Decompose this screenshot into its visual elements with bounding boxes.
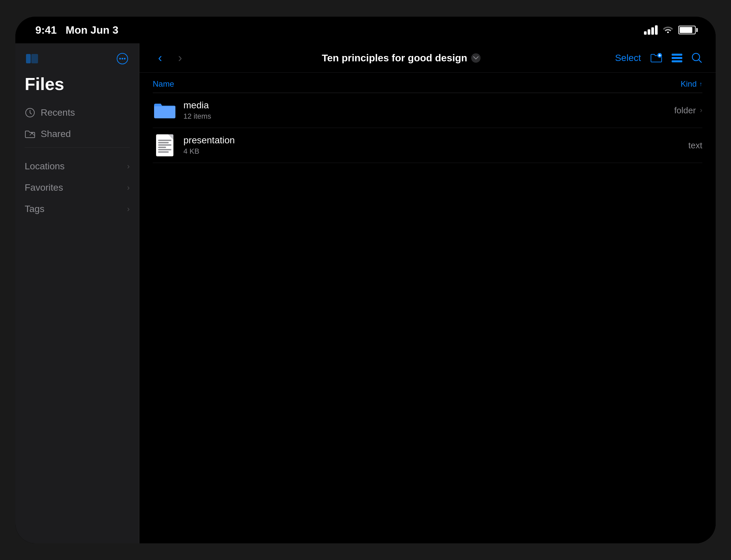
sidebar-item-shared[interactable]: Shared: [18, 123, 136, 145]
doc-name: presentation: [183, 135, 636, 146]
col-kind-label: Kind: [681, 79, 697, 89]
nav-title: Ten principles for good design: [322, 52, 467, 64]
svg-rect-1: [31, 54, 38, 63]
svg-rect-0: [26, 54, 31, 63]
file-list: Name Kind ↑ media: [139, 73, 716, 543]
folder-meta: 12 items: [183, 112, 636, 121]
svg-point-4: [122, 58, 123, 60]
shared-label: Shared: [41, 129, 71, 139]
sidebar-item-tags[interactable]: Tags ›: [18, 198, 136, 220]
app-container: Files Recents: [15, 43, 716, 543]
table-row[interactable]: presentation 4 KB text: [153, 128, 702, 163]
folder-kind: folder ›: [636, 105, 702, 116]
sort-asc-icon: ↑: [699, 81, 702, 88]
wifi-icon: [663, 25, 673, 35]
main-content: ‹ › Ten principles for good design Selec…: [139, 43, 716, 543]
svg-point-13: [692, 53, 700, 61]
column-headers: Name Kind ↑: [153, 73, 702, 93]
more-options-button[interactable]: [115, 51, 130, 66]
doc-kind-label: text: [688, 140, 702, 151]
recents-label: Recents: [41, 107, 75, 118]
col-kind-header[interactable]: Kind ↑: [636, 79, 702, 89]
table-row[interactable]: media 12 items folder ›: [153, 93, 702, 128]
nav-title-area: Ten principles for good design: [193, 52, 610, 64]
document-icon: [156, 134, 173, 156]
folder-name: media: [183, 100, 636, 111]
favorites-chevron-icon: ›: [127, 183, 130, 192]
battery-icon: [678, 26, 696, 34]
sidebar-toggle-button[interactable]: [25, 51, 39, 66]
sidebar-nav: Recents Shared: [15, 102, 139, 145]
svg-point-5: [124, 58, 126, 60]
search-button[interactable]: [692, 53, 702, 63]
svg-rect-11: [672, 57, 682, 59]
sidebar-item-recents[interactable]: Recents: [18, 102, 136, 123]
title-dropdown-icon[interactable]: [471, 53, 481, 63]
sidebar: Files Recents: [15, 43, 139, 543]
svg-point-3: [119, 58, 121, 60]
nav-actions: Select: [615, 53, 702, 63]
sidebar-sections: Locations › Favorites › Tags ›: [15, 156, 139, 220]
doc-info: presentation 4 KB: [183, 135, 636, 156]
doc-kind: text: [636, 140, 702, 151]
folder-icon-area: [153, 98, 177, 122]
svg-rect-10: [672, 54, 682, 56]
tags-label: Tags: [25, 204, 44, 214]
nav-bar: ‹ › Ten principles for good design Selec…: [139, 43, 716, 73]
status-icons: [644, 25, 696, 35]
tags-chevron-icon: ›: [127, 204, 130, 214]
svg-rect-12: [672, 60, 682, 62]
back-button[interactable]: ‹: [153, 51, 167, 65]
list-view-button[interactable]: [672, 54, 682, 62]
status-bar: 9:41 Mon Jun 3: [15, 17, 716, 43]
locations-label: Locations: [25, 161, 65, 172]
doc-meta: 4 KB: [183, 147, 636, 156]
signal-icon: [644, 25, 658, 35]
folder-row-chevron-icon: ›: [700, 106, 702, 115]
col-name-header[interactable]: Name: [153, 79, 636, 89]
new-folder-button[interactable]: [650, 53, 662, 63]
sidebar-item-locations[interactable]: Locations ›: [18, 156, 136, 177]
status-time: 9:41 Mon Jun 3: [35, 24, 118, 36]
select-button[interactable]: Select: [615, 53, 641, 63]
folder-kind-label: folder: [674, 105, 696, 116]
sidebar-header: [15, 43, 139, 71]
device-frame: 9:41 Mon Jun 3: [15, 17, 716, 543]
date-display: Mon Jun 3: [66, 24, 118, 36]
sidebar-item-favorites[interactable]: Favorites ›: [18, 177, 136, 198]
folder-info: media 12 items: [183, 100, 636, 121]
favorites-label: Favorites: [25, 182, 63, 193]
sidebar-divider: [25, 147, 130, 148]
time-display: 9:41: [35, 24, 57, 36]
doc-icon-area: [153, 133, 177, 157]
forward-button[interactable]: ›: [173, 51, 187, 65]
clock-icon: [25, 108, 35, 118]
shared-folder-icon: [25, 130, 35, 138]
sidebar-title: Files: [15, 71, 139, 102]
locations-chevron-icon: ›: [127, 162, 130, 171]
